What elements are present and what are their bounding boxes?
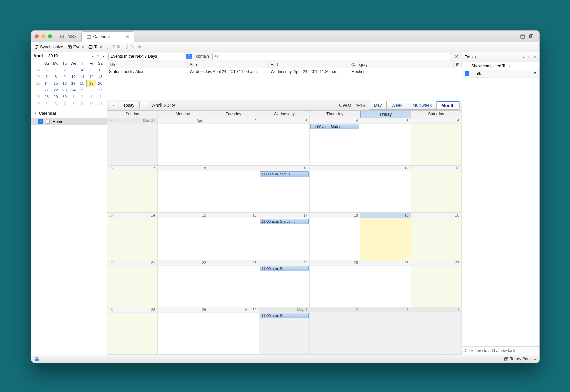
checkbox-icon[interactable]: ✓ bbox=[38, 119, 43, 124]
day-cell[interactable]: 2411:00 a.m. Status … bbox=[259, 260, 310, 307]
event-chip[interactable]: 11:00 a.m. Status … bbox=[310, 124, 359, 129]
day-cell[interactable]: 1011:00 a.m. Status … bbox=[259, 166, 310, 213]
day-cell[interactable]: Apr. 30 bbox=[208, 307, 259, 354]
day-cell[interactable]: 22 bbox=[158, 260, 209, 307]
mini-day[interactable]: 8 bbox=[51, 73, 60, 80]
mini-day[interactable]: 8 bbox=[69, 100, 78, 107]
today-button[interactable]: Today bbox=[120, 102, 138, 109]
day-cell[interactable]: 14Mar. 31 bbox=[107, 118, 158, 165]
tab-calendar[interactable]: Calendar ✕ bbox=[81, 31, 135, 42]
mini-day[interactable]: 18 bbox=[78, 80, 87, 87]
view-month[interactable]: Month bbox=[436, 101, 460, 110]
mini-day[interactable]: 16 bbox=[60, 80, 69, 87]
day-cell[interactable]: 411:00 a.m. Status … bbox=[310, 118, 360, 165]
event-chip[interactable]: 11:00 a.m. Status … bbox=[260, 313, 309, 318]
mini-day[interactable]: 27 bbox=[96, 87, 105, 93]
day-cell[interactable]: 26 bbox=[360, 260, 411, 307]
day-cell[interactable]: 5 bbox=[360, 118, 411, 165]
today-pane-toggle[interactable]: 19 Today Pane ⌄ bbox=[504, 357, 537, 361]
day-cell[interactable]: 13 bbox=[411, 166, 462, 213]
mini-calendar-grid[interactable]: SuMoTuWeThFrSa 1431123456157891011121316… bbox=[33, 60, 105, 107]
minimize-window-icon[interactable] bbox=[41, 34, 45, 38]
tab-inbox[interactable]: Inbox bbox=[55, 31, 81, 42]
col-start[interactable]: Start bbox=[188, 61, 269, 68]
day-cell[interactable]: 1721 bbox=[107, 260, 158, 307]
mini-next-icon[interactable]: › bbox=[102, 54, 105, 58]
day-cell[interactable]: Apr. 1 bbox=[158, 118, 209, 165]
day-cell[interactable]: 18 bbox=[310, 213, 360, 260]
col-title[interactable]: Title bbox=[107, 61, 188, 68]
tasks-col-title[interactable]: Title bbox=[475, 71, 531, 76]
add-task-input[interactable]: Click here to add a new task bbox=[462, 346, 539, 355]
day-cell[interactable]: 19 bbox=[360, 213, 411, 260]
maximize-window-icon[interactable] bbox=[48, 34, 52, 38]
mini-day[interactable]: 11 bbox=[96, 100, 105, 107]
calendar-list-item[interactable]: ✓ Home bbox=[31, 118, 107, 125]
mini-prev-icon[interactable]: ‹ bbox=[91, 54, 94, 58]
sidebar-section-calendar[interactable]: ▼ Calendar bbox=[31, 109, 107, 118]
mini-day[interactable]: 9 bbox=[60, 73, 69, 80]
mini-day[interactable]: 12 bbox=[87, 73, 96, 80]
tasks-col-menu-icon[interactable]: ⊞ bbox=[533, 71, 537, 76]
day-cell[interactable]: 1711:00 a.m. Status … bbox=[259, 213, 310, 260]
mini-day[interactable]: 25 bbox=[78, 87, 87, 93]
mini-day[interactable]: 9 bbox=[78, 100, 87, 107]
day-cell[interactable]: 29 bbox=[158, 307, 209, 354]
day-cell[interactable]: 3 bbox=[360, 307, 411, 354]
prev-button[interactable]: ‹ bbox=[110, 102, 118, 109]
mini-day[interactable]: 19 bbox=[87, 80, 96, 87]
day-cell[interactable]: 25 bbox=[310, 260, 360, 307]
mini-day[interactable]: 11 bbox=[78, 73, 87, 80]
day-cell[interactable]: May 111:00 a.m. Status … bbox=[259, 307, 310, 354]
mini-day[interactable]: 22 bbox=[51, 87, 60, 93]
day-cell[interactable]: 2 bbox=[310, 307, 360, 354]
mini-day[interactable]: 29 bbox=[51, 93, 60, 100]
event-row[interactable]: Status check / Alex Wednesday, April 24,… bbox=[107, 68, 462, 75]
mini-day[interactable]: 24 bbox=[69, 87, 78, 93]
new-task-button[interactable]: Task bbox=[88, 45, 103, 49]
online-status-icon[interactable] bbox=[34, 356, 39, 362]
day-cell[interactable]: 1828 bbox=[107, 307, 158, 354]
tasks-tab-icon[interactable] bbox=[529, 34, 534, 39]
mini-day[interactable]: 3 bbox=[69, 67, 78, 73]
new-event-button[interactable]: Event bbox=[67, 45, 84, 49]
view-day[interactable]: Day bbox=[369, 101, 387, 110]
mini-day[interactable]: 23 bbox=[60, 87, 69, 93]
mini-day[interactable]: 4 bbox=[78, 67, 87, 73]
menu-button[interactable] bbox=[531, 45, 537, 49]
day-cell[interactable]: 6 bbox=[411, 118, 462, 165]
mini-day[interactable]: 28 bbox=[42, 93, 51, 100]
mini-day[interactable]: 4 bbox=[96, 93, 105, 100]
event-chip[interactable]: 11:00 a.m. Status … bbox=[260, 171, 309, 177]
col-end[interactable]: End bbox=[269, 61, 349, 68]
event-chip[interactable]: 11:00 a.m. Status … bbox=[260, 266, 309, 271]
mini-day[interactable]: 7 bbox=[60, 100, 69, 107]
day-cell[interactable]: 16 bbox=[208, 213, 259, 260]
col-menu-icon[interactable]: ⊞ bbox=[454, 61, 462, 68]
sync-button[interactable]: Synchronize bbox=[34, 45, 63, 49]
mini-day[interactable]: 7 bbox=[42, 73, 51, 80]
day-cell[interactable]: 23 bbox=[208, 260, 259, 307]
day-cell[interactable]: 11 bbox=[310, 166, 360, 213]
tasks-close-icon[interactable]: ✕ bbox=[533, 54, 537, 60]
day-cell[interactable]: 2 bbox=[208, 118, 259, 165]
mini-day[interactable]: 15 bbox=[51, 80, 60, 87]
mini-day[interactable]: 6 bbox=[51, 100, 60, 107]
next-button[interactable]: › bbox=[139, 102, 148, 109]
col-category[interactable]: Category bbox=[349, 61, 454, 68]
view-multiweek[interactable]: Multiweek bbox=[407, 101, 437, 110]
day-cell[interactable]: 27 bbox=[411, 260, 462, 307]
day-cell[interactable]: 20 bbox=[411, 213, 462, 260]
close-icon[interactable]: ✕ bbox=[126, 34, 129, 39]
mini-day[interactable]: 5 bbox=[87, 67, 96, 73]
calendar-tab-icon[interactable] bbox=[520, 34, 525, 39]
mini-day[interactable]: 26 bbox=[87, 87, 96, 93]
day-cell[interactable]: 3 bbox=[259, 118, 310, 165]
mini-day[interactable]: 3 bbox=[87, 93, 96, 100]
day-cell[interactable]: 4 bbox=[411, 307, 462, 354]
day-cell[interactable]: 8 bbox=[158, 166, 209, 213]
mini-day[interactable]: 1 bbox=[51, 67, 60, 73]
show-completed-checkbox[interactable] bbox=[465, 64, 469, 68]
mini-day[interactable]: 21 bbox=[42, 87, 51, 93]
clear-filter-icon[interactable]: ✕ bbox=[453, 54, 460, 59]
